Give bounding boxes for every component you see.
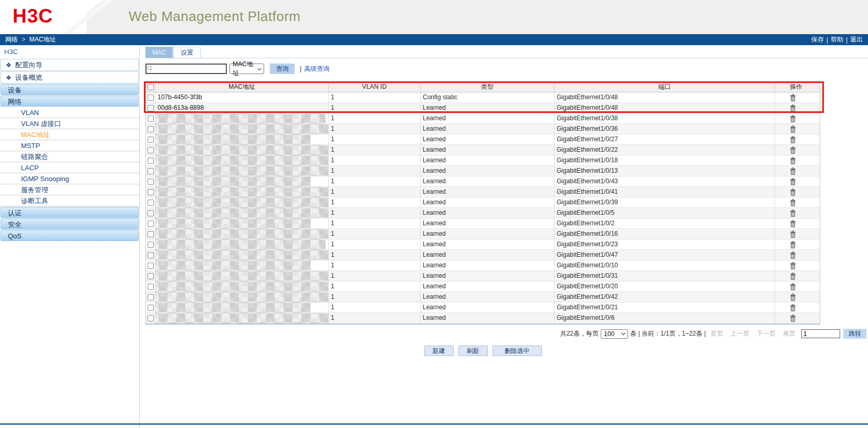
row-checkbox-cell <box>146 218 155 228</box>
column-header-type[interactable]: 类型 <box>421 82 555 92</box>
delete-icon <box>790 105 796 112</box>
delete-icon <box>790 262 796 269</box>
row-checkbox[interactable] <box>148 126 154 132</box>
new-button[interactable]: 新建 <box>424 346 454 356</box>
type-cell: Config static <box>421 92 555 102</box>
delete-button[interactable] <box>790 231 796 238</box>
sidebar-item-诊断工具[interactable]: 诊断工具 <box>0 195 139 206</box>
go-to-page-button[interactable]: 跳转 <box>843 329 866 339</box>
row-checkbox[interactable] <box>148 284 154 290</box>
tab-mac[interactable]: MAC <box>145 47 173 58</box>
delete-button[interactable] <box>790 241 796 248</box>
advanced-query-link[interactable]: 高级查询 <box>304 65 329 74</box>
row-checkbox[interactable] <box>148 95 154 101</box>
delete-button[interactable] <box>790 304 796 311</box>
delete-button[interactable] <box>790 262 796 269</box>
row-checkbox[interactable] <box>148 315 154 321</box>
redaction-mosaic <box>155 155 329 165</box>
row-checkbox[interactable] <box>148 210 154 216</box>
delete-button[interactable] <box>790 105 796 112</box>
sidebar-item-QoS[interactable]: QoS <box>1 230 139 241</box>
search-field-select[interactable]: MAC地址 <box>229 64 264 74</box>
delete-button[interactable] <box>790 94 796 101</box>
row-checkbox[interactable] <box>148 137 154 143</box>
delete-button[interactable] <box>790 157 796 164</box>
next-page-link[interactable]: 下一页 <box>757 329 776 338</box>
row-checkbox-cell <box>146 260 155 270</box>
sidebar-item-设备[interactable]: 设备 <box>1 84 139 95</box>
tab-settings[interactable]: 设置 <box>173 47 201 58</box>
page-number-input[interactable] <box>801 329 840 338</box>
sidebar-item-认证[interactable]: 认证 <box>1 207 139 218</box>
sidebar-item-VLAN[interactable]: VLAN <box>0 107 139 118</box>
column-header-port[interactable]: 端口 <box>555 82 775 92</box>
row-checkbox[interactable] <box>148 231 154 237</box>
delete-button[interactable] <box>790 273 796 280</box>
delete-button[interactable] <box>790 283 796 290</box>
sidebar-item-MSTP[interactable]: MSTP <box>0 140 139 151</box>
delete-button[interactable] <box>790 136 796 143</box>
first-page-link[interactable]: 首页 <box>710 329 723 338</box>
delete-selected-button[interactable]: 删除选中 <box>493 346 542 356</box>
delete-button[interactable] <box>790 252 796 259</box>
column-header-mac[interactable]: MAC地址 <box>155 82 329 92</box>
sidebar-item-网络[interactable]: 网络 <box>1 96 139 107</box>
sidebar-item-IGMP Snooping[interactable]: IGMP Snooping <box>0 173 139 184</box>
prev-page-link[interactable]: 上一页 <box>730 329 749 338</box>
refresh-button[interactable]: 刷新 <box>458 346 488 356</box>
query-button[interactable]: 查询 <box>270 64 295 74</box>
row-checkbox[interactable] <box>148 252 154 258</box>
row-checkbox[interactable] <box>148 158 154 164</box>
mac-cell <box>155 313 329 323</box>
delete-button[interactable] <box>790 315 796 322</box>
row-checkbox-cell <box>146 103 155 113</box>
row-checkbox[interactable] <box>148 147 154 153</box>
table-row: 1LearnedGigabitEthernet1/0/2 <box>146 218 820 229</box>
delete-button[interactable] <box>790 168 796 175</box>
row-checkbox[interactable] <box>148 242 154 248</box>
row-checkbox[interactable] <box>148 200 154 206</box>
row-checkbox[interactable] <box>148 105 154 111</box>
sidebar-item-安全[interactable]: 安全 <box>1 218 139 229</box>
last-page-link[interactable]: 尾页 <box>783 329 796 338</box>
delete-button[interactable] <box>790 178 796 185</box>
operation-cell <box>775 92 820 102</box>
sidebar-item-VLAN 虚接口[interactable]: VLAN 虚接口 <box>0 118 139 129</box>
delete-button[interactable] <box>790 126 796 133</box>
delete-button[interactable] <box>790 220 796 227</box>
column-header-op[interactable]: 操作 <box>775 82 820 92</box>
delete-button[interactable] <box>790 189 796 196</box>
row-checkbox[interactable] <box>148 263 154 269</box>
sidebar-item-服务管理[interactable]: 服务管理 <box>0 184 139 195</box>
row-checkbox[interactable] <box>148 116 154 122</box>
logout-link[interactable]: 退出 <box>850 35 863 44</box>
delete-button[interactable] <box>790 294 796 301</box>
redaction-mosaic <box>155 187 329 197</box>
help-link[interactable]: 帮助 <box>831 35 843 44</box>
sidebar-item-链路聚合[interactable]: 链路聚合 <box>0 151 139 162</box>
sidebar-item-LACP[interactable]: LACP <box>0 162 139 173</box>
row-checkbox[interactable] <box>148 189 154 195</box>
delete-button[interactable] <box>790 199 796 206</box>
mac-cell <box>155 218 329 228</box>
delete-button[interactable] <box>790 210 796 217</box>
type-cell: Learned <box>421 313 555 323</box>
delete-button[interactable] <box>790 147 796 154</box>
sidebar-item-配置向导[interactable]: ❖配置向导 <box>1 59 139 71</box>
column-header-vlan[interactable]: VLAN ID <box>329 82 421 92</box>
row-checkbox[interactable] <box>148 168 154 174</box>
row-checkbox[interactable] <box>148 179 154 185</box>
search-input[interactable] <box>145 64 227 74</box>
save-link[interactable]: 保存 <box>811 35 824 44</box>
row-checkbox[interactable] <box>148 305 154 311</box>
row-checkbox[interactable] <box>148 221 154 227</box>
sidebar-item-MAC地址[interactable]: MAC地址 <box>0 129 139 140</box>
search-field-value: MAC地址 <box>233 60 258 78</box>
delete-button[interactable] <box>790 115 796 122</box>
select-all-checkbox[interactable] <box>148 84 154 90</box>
row-checkbox[interactable] <box>148 273 154 279</box>
row-checkbox[interactable] <box>148 294 154 300</box>
table-row: 1LearnedGigabitEthernet1/0/16 <box>146 229 820 239</box>
sidebar-item-设备概览[interactable]: ❖设备概览 <box>1 71 139 83</box>
page-size-select[interactable]: 100 <box>601 329 628 339</box>
